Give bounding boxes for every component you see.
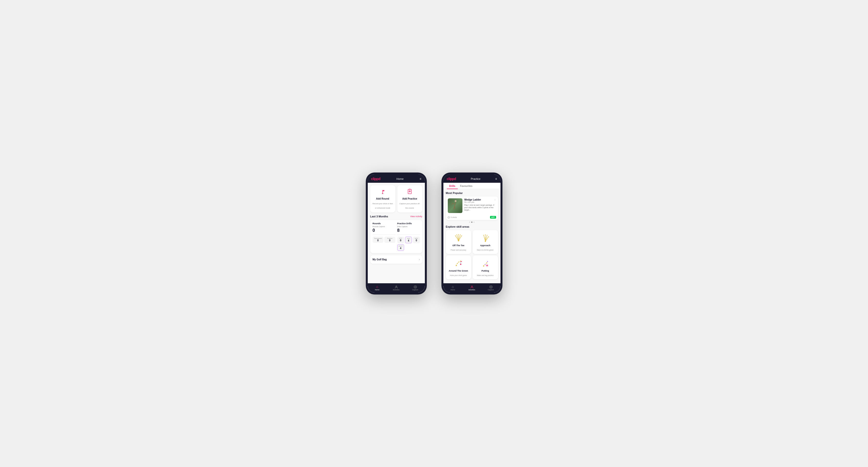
- svg-marker-45: [461, 261, 462, 262]
- svg-point-34: [483, 235, 484, 236]
- explore-title: Explore skill areas: [446, 225, 498, 228]
- around-skill-name: Around The Green: [448, 270, 469, 272]
- phones-container: clippd Home ≡: [366, 173, 502, 294]
- app-stat: APP 4: [405, 237, 412, 243]
- svg-point-12: [455, 200, 457, 202]
- svg-point-35: [485, 235, 486, 235]
- ott-stat: OTT 0: [397, 237, 404, 243]
- home-header: clippd Home ≡: [368, 175, 425, 183]
- nav-home[interactable]: ⌂ Home: [368, 285, 387, 290]
- svg-line-14: [453, 203, 455, 204]
- practice-activities-nav-icon: [462, 285, 482, 289]
- featured-drill-range: 50–100 yds: [464, 201, 496, 203]
- svg-point-25: [456, 235, 457, 235]
- skill-putting[interactable]: Putting Make and lag practice: [473, 255, 498, 279]
- featured-title-row: Wedge Ladder ☆: [464, 198, 496, 201]
- svg-point-36: [487, 235, 487, 236]
- tab-drills[interactable]: Drills: [447, 183, 458, 189]
- home-menu-icon[interactable]: ≡: [420, 177, 421, 181]
- svg-rect-2: [383, 190, 384, 191]
- practice-title: Practice: [471, 177, 480, 180]
- my-golf-bag-title: My Golf Bag: [373, 258, 387, 261]
- practice-value: 0: [385, 239, 394, 242]
- putt-stat: PUTT 4: [397, 244, 404, 251]
- svg-line-29: [484, 235, 485, 241]
- skill-approach[interactable]: Approach Dial-in to hit the green: [473, 230, 498, 254]
- around-icon-area: [448, 258, 469, 269]
- svg-point-52: [471, 286, 472, 287]
- svg-line-13: [455, 202, 456, 206]
- putt-value: 4: [399, 247, 403, 250]
- my-golf-bag-row[interactable]: My Golf Bag ›: [370, 255, 423, 264]
- practice-nav-capture[interactable]: Capture: [482, 285, 500, 290]
- featured-drill-name: Wedge Ladder: [464, 198, 481, 201]
- svg-point-37: [488, 237, 489, 237]
- svg-point-8: [396, 286, 397, 287]
- rounds-divider: [373, 235, 395, 235]
- practice-stat: Practice 0: [384, 237, 395, 243]
- view-activity-link[interactable]: View Activity: [410, 215, 423, 218]
- add-round-card[interactable]: Add Round Record your shots in fast or e…: [370, 185, 395, 213]
- tab-favourites[interactable]: Favourites: [458, 183, 475, 189]
- practice-nav-home[interactable]: ⌂ Home: [443, 285, 462, 290]
- tee-skill-desc: Power and accuracy: [451, 249, 466, 251]
- tournament-value: 0: [374, 239, 383, 242]
- practice-nav-activities[interactable]: Activities: [462, 285, 482, 290]
- dot-1: [469, 222, 470, 223]
- carousel-dots: [446, 222, 498, 223]
- add-practice-desc: Capture your practice off-the-course: [400, 203, 420, 209]
- app-value: 4: [406, 239, 411, 242]
- putting-skill-desc: Make and lag practice: [477, 275, 493, 276]
- skill-around-green[interactable]: Around The Green Hone your short game: [446, 255, 471, 279]
- svg-point-50: [486, 265, 488, 266]
- practice-scroll-content: Most Popular: [443, 189, 500, 283]
- home-nav-label: Home: [368, 289, 387, 290]
- quick-actions-grid: Add Round Record your shots in fast or e…: [370, 185, 423, 213]
- home-bottom-nav: ⌂ Home Activities: [368, 283, 425, 292]
- skill-off-the-tee[interactable]: Off The Tee Power and accuracy: [446, 230, 471, 254]
- stats-grid: Rounds Rounds Capture 0 Tournament 0: [373, 222, 420, 251]
- approach-icon-area: [475, 232, 496, 243]
- featured-drill-info: Wedge Ladder ☆ 50–100 yds Play 1 shot at…: [464, 198, 496, 213]
- featured-drill-image: [448, 198, 462, 213]
- svg-point-23: [458, 240, 459, 241]
- add-practice-title: Add Practice: [399, 197, 421, 200]
- featured-drill-card[interactable]: Wedge Ladder ☆ 50–100 yds Play 1 shot at…: [446, 196, 498, 220]
- app-badge: APP: [490, 216, 496, 219]
- practice-capture-nav-label: Capture: [482, 289, 500, 290]
- shots-count: 9 shots: [451, 216, 457, 218]
- rounds-title: Rounds: [373, 222, 395, 225]
- practice-bottom-nav: ⌂ Home Activities: [443, 283, 500, 292]
- drills-capture-value: 8: [397, 228, 420, 233]
- arg-stat: ARG 0: [413, 237, 420, 243]
- practice-capture-nav-icon: [482, 285, 500, 289]
- practice-header: clippd Practice ≡: [443, 175, 500, 183]
- activities-nav-label: Activities: [387, 289, 406, 290]
- practice-menu-icon[interactable]: ≡: [495, 177, 497, 181]
- add-practice-card[interactable]: Add Practice Capture your practice off-t…: [397, 185, 423, 213]
- capture-nav-label: Capture: [406, 289, 425, 290]
- nav-activities[interactable]: Activities: [387, 285, 406, 290]
- svg-point-28: [461, 236, 462, 236]
- practice-activities-nav-label: Activities: [462, 289, 482, 290]
- svg-line-22: [459, 236, 462, 241]
- tee-skill-name: Off The Tee: [448, 244, 469, 247]
- practice-tabs: Drills Favourites: [443, 183, 500, 189]
- svg-point-33: [485, 241, 486, 242]
- activity-section-header: Last 3 Months View Activity: [370, 215, 423, 218]
- svg-point-24: [455, 236, 456, 236]
- shots-info: 9 shots: [448, 216, 457, 218]
- approach-skill-name: Approach: [475, 244, 496, 247]
- phone-practice: clippd Practice ≡ Drills Favourites Most…: [441, 173, 502, 294]
- featured-drill-desc: Play 1 shot at each target yardage. If y…: [464, 204, 496, 211]
- nav-capture[interactable]: Capture: [406, 285, 425, 290]
- around-skill-desc: Hone your short game: [450, 275, 467, 276]
- rounds-section: Rounds Rounds Capture 0 Tournament 0: [373, 222, 395, 251]
- putting-icon-area: [475, 258, 496, 269]
- favourite-star-icon[interactable]: ☆: [494, 198, 496, 201]
- activity-section-title: Last 3 Months: [370, 215, 388, 218]
- featured-image-inner: [448, 198, 462, 213]
- ott-value: 0: [398, 239, 403, 242]
- approach-skill-desc: Dial-in to hit the green: [477, 249, 493, 251]
- drills-sub-grid: OTT 0 APP 4 ARG 0: [397, 237, 420, 251]
